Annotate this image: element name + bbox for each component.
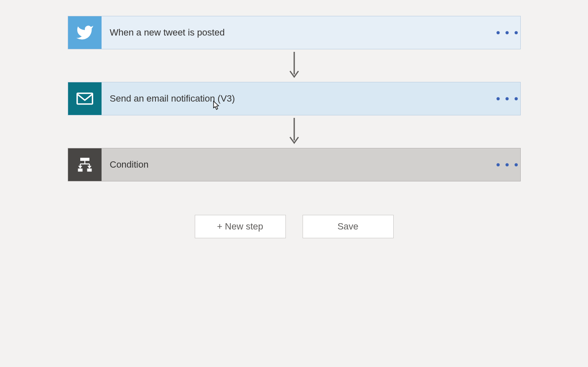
twitter-icon <box>68 16 102 49</box>
email-icon <box>68 82 102 115</box>
new-step-button[interactable]: + New step <box>195 215 286 238</box>
svg-rect-9 <box>87 168 92 171</box>
ellipsis-icon: • • • <box>496 26 519 39</box>
step-label-email: Send an email notification (V3) <box>102 82 495 115</box>
svg-rect-1 <box>77 93 92 104</box>
flow-designer: When a new tweet is posted • • • Send an… <box>68 0 521 238</box>
svg-rect-8 <box>78 168 82 171</box>
bottom-button-row: + New step Save <box>68 215 521 238</box>
flow-step-twitter-trigger[interactable]: When a new tweet is posted • • • <box>68 16 521 49</box>
ellipsis-icon: • • • <box>496 92 519 105</box>
step-label-condition: Condition <box>102 148 495 181</box>
arrow-connector <box>68 115 521 148</box>
step-menu-button[interactable]: • • • <box>495 82 520 115</box>
arrow-connector <box>68 49 521 82</box>
flow-step-condition[interactable]: Condition • • • <box>68 148 521 181</box>
ellipsis-icon: • • • <box>496 158 519 171</box>
step-menu-button[interactable]: • • • <box>495 16 520 49</box>
step-label-twitter: When a new tweet is posted <box>102 16 495 49</box>
svg-rect-3 <box>80 158 89 161</box>
condition-icon <box>68 148 102 181</box>
flow-step-email-action[interactable]: Send an email notification (V3) • • • <box>68 82 521 115</box>
save-button[interactable]: Save <box>303 215 394 238</box>
step-menu-button[interactable]: • • • <box>495 148 520 181</box>
